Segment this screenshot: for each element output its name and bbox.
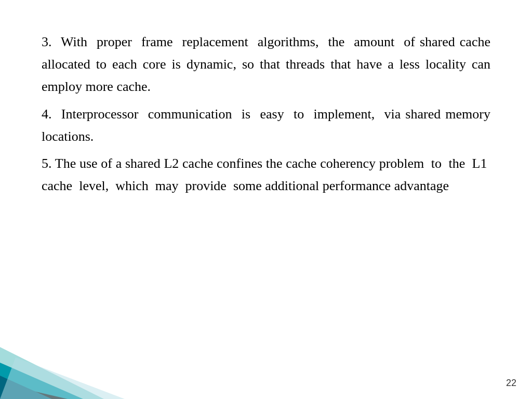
slide-number: 22 bbox=[506, 378, 516, 389]
content-area: 3. With proper frame replacement algorit… bbox=[42, 31, 490, 316]
text-block: 3. With proper frame replacement algorit… bbox=[42, 31, 490, 197]
slide: 3. With proper frame replacement algorit… bbox=[0, 0, 532, 399]
point-4: 4. Interprocessor communication is easy … bbox=[42, 103, 490, 148]
decoration-svg bbox=[0, 326, 145, 399]
point-3-text: 3. With proper frame replacement algorit… bbox=[42, 34, 490, 94]
svg-marker-4 bbox=[0, 357, 125, 399]
point-4-text: 4. Interprocessor communication is easy … bbox=[42, 107, 490, 144]
point-3: 3. With proper frame replacement algorit… bbox=[42, 31, 490, 98]
bottom-decoration bbox=[0, 326, 145, 399]
point-5: 5. The use of a shared L2 cache confines… bbox=[42, 153, 490, 197]
point-5-text: 5. The use of a shared L2 cache confines… bbox=[42, 156, 490, 193]
